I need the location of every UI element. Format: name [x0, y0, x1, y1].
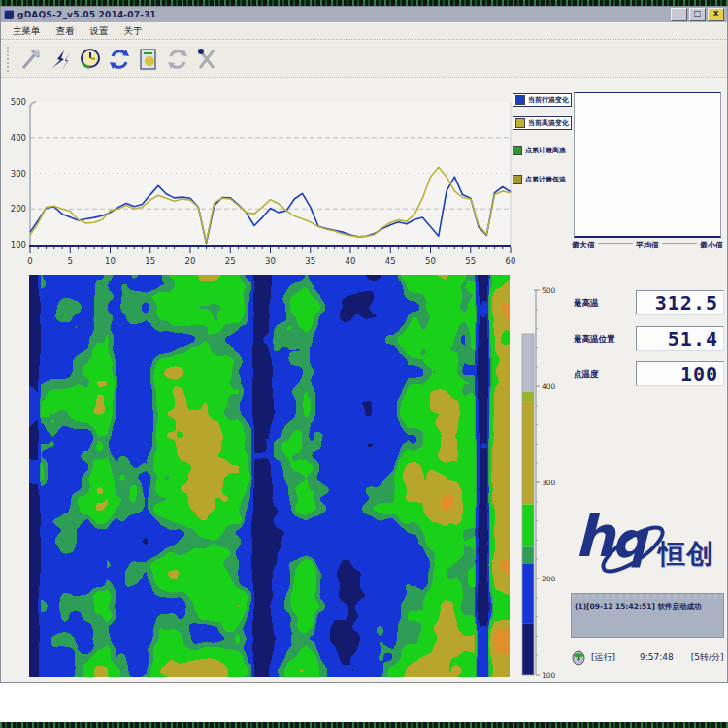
- toolbar-grip: [7, 47, 12, 72]
- screenshot-stage: gDAQS-2_v5.05 2014-07-31 _ □ x 主菜单查看设置关于: [0, 0, 728, 728]
- status-time: 9:57:48: [640, 652, 674, 662]
- toolbar: [1, 41, 727, 78]
- stat-label-0: 最大值: [572, 240, 595, 250]
- svg-text:30: 30: [265, 256, 276, 266]
- maximize-button[interactable]: □: [689, 8, 706, 21]
- svg-text:400: 400: [542, 382, 556, 391]
- status-row: [运行] 9:57:48 [5转/分]: [572, 646, 725, 668]
- menu-item-2[interactable]: 设置: [83, 23, 116, 40]
- tools-icon[interactable]: [193, 46, 219, 72]
- svg-text:100: 100: [11, 240, 26, 249]
- bottom-border-strip: [0, 722, 728, 728]
- stat-divider-line: [662, 243, 697, 244]
- display-row-0: 最高温312.5: [574, 290, 725, 317]
- log-panel: (1)[09-12 15:42:51] 软件启动成功: [571, 593, 724, 638]
- status-state: [运行]: [591, 651, 615, 664]
- legend-swatch: [515, 118, 525, 128]
- svg-text:50: 50: [425, 256, 436, 266]
- legend-label: 当前行温变化: [528, 95, 569, 105]
- svg-text:10: 10: [105, 256, 116, 266]
- probe-icon[interactable]: [18, 46, 45, 72]
- svg-text:60: 60: [506, 256, 516, 266]
- svg-text:0: 0: [27, 256, 32, 266]
- legend-label: 点累计最高温: [525, 146, 566, 155]
- legend-item-2[interactable]: 点累计最高温: [513, 146, 566, 155]
- legend-swatch: [513, 175, 522, 184]
- legend-item-1[interactable]: 当前高温变化: [513, 116, 572, 130]
- stats-labels-row: 最大值平均值最小值: [572, 239, 723, 250]
- display-row-2: 点温度100: [574, 361, 725, 388]
- legend-swatch: [513, 146, 522, 155]
- svg-text:500: 500: [542, 286, 556, 295]
- stat-label-1: 平均值: [636, 240, 659, 250]
- menu-item-1[interactable]: 查看: [49, 23, 83, 40]
- svg-text:35: 35: [305, 256, 315, 266]
- logo-letter-h: h: [575, 509, 614, 565]
- title-bar: gDAQS-2_v5.05 2014-07-31 _ □ x: [1, 7, 727, 22]
- acquire-arrows-icon[interactable]: [48, 46, 74, 72]
- svg-text:500: 500: [11, 97, 26, 107]
- display-row-1: 最高温位置51.4: [574, 326, 725, 353]
- display-label: 最高温位置: [574, 334, 615, 346]
- window-title: gDAQS-2_v5.05 2014-07-31: [17, 10, 156, 19]
- app-icon: [4, 10, 14, 19]
- menu-item-3[interactable]: 关于: [116, 23, 150, 40]
- svg-text:15: 15: [145, 256, 155, 266]
- legend-label: 点累计最低温: [525, 175, 566, 184]
- menu-item-0[interactable]: 主菜单: [5, 23, 49, 40]
- svg-text:100: 100: [542, 671, 556, 679]
- svg-text:400: 400: [11, 133, 26, 143]
- stat-divider-line: [598, 243, 633, 244]
- app-window: gDAQS-2_v5.05 2014-07-31 _ □ x 主菜单查看设置关于: [0, 6, 728, 683]
- legend-item-0[interactable]: 当前行温变化: [513, 93, 572, 107]
- legend-swatch: [515, 95, 525, 105]
- heatmap-canvas[interactable]: [29, 275, 510, 677]
- logo-cjk-text: 恒创: [658, 536, 714, 573]
- stats-box: [574, 92, 721, 238]
- sync-icon[interactable]: [164, 46, 190, 72]
- menu-bar: 主菜单查看设置关于: [1, 23, 727, 40]
- svg-text:5: 5: [68, 256, 73, 266]
- display-value-lcd: 51.4: [636, 326, 724, 351]
- refresh-icon[interactable]: [106, 46, 132, 72]
- logo-letter-q: q: [612, 516, 646, 565]
- svg-text:300: 300: [542, 479, 556, 487]
- minimize-button[interactable]: _: [671, 8, 687, 21]
- stat-label-2: 最小值: [700, 240, 723, 250]
- display-label: 点温度: [574, 369, 599, 381]
- run-indicator-icon: [572, 648, 586, 666]
- status-speed: [5转/分]: [691, 651, 724, 664]
- svg-text:20: 20: [185, 256, 196, 266]
- clock-icon[interactable]: [77, 46, 103, 72]
- svg-text:300: 300: [11, 169, 26, 179]
- svg-text:45: 45: [385, 256, 396, 266]
- brand-logo: h q 恒创: [569, 507, 726, 594]
- display-value-lcd: 100: [636, 361, 724, 386]
- svg-text:200: 200: [542, 575, 556, 583]
- display-label: 最高温: [574, 298, 599, 310]
- svg-text:25: 25: [225, 256, 236, 266]
- svg-text:200: 200: [11, 204, 26, 214]
- svg-text:40: 40: [346, 256, 356, 266]
- legend-label: 当前高温变化: [528, 118, 569, 128]
- close-button[interactable]: x: [708, 8, 724, 21]
- report-icon[interactable]: [135, 46, 161, 72]
- svg-text:55: 55: [465, 256, 476, 266]
- display-value-lcd: 312.5: [636, 290, 724, 315]
- legend-item-3[interactable]: 点累计最低温: [513, 175, 566, 184]
- window-controls: _ □ x: [671, 8, 727, 21]
- log-message: (1)[09-12 15:42:51] 软件启动成功: [572, 594, 723, 612]
